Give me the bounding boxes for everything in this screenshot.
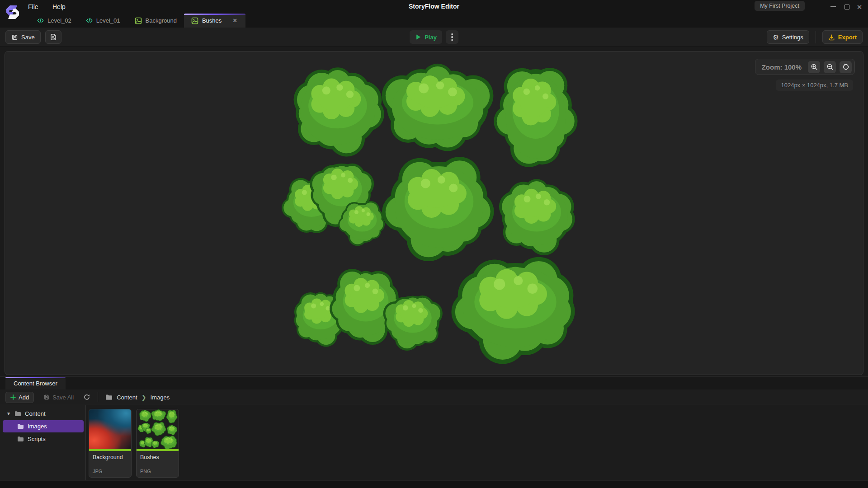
reset-icon — [842, 63, 849, 70]
close-icon: ✕ — [857, 4, 863, 10]
tab-label: Bushes — [202, 17, 222, 24]
save-all-label: Save All — [52, 394, 74, 401]
minimize-icon — [830, 6, 836, 7]
menu-bar: File Help StoryFlow Editor My First Proj… — [0, 0, 868, 14]
tree-item-content[interactable]: ▼ Content — [3, 408, 84, 420]
toolbar-divider — [98, 392, 98, 402]
app-title: StoryFlow Editor — [0, 3, 868, 10]
content-browser-toolbar: Add Save All Content ❯ Images — [0, 389, 868, 405]
download-icon — [828, 34, 835, 41]
tab-bushes[interactable]: Bushes ✕ — [184, 14, 245, 28]
asset-name: Bushes — [137, 451, 179, 460]
asset-name: Background — [89, 451, 131, 460]
image-size-badge: 1024px × 1024px, 1.7 MB — [776, 80, 853, 91]
tab-level-02[interactable]: Level_02 — [30, 14, 79, 28]
refresh-icon — [83, 394, 90, 401]
export-button[interactable]: Export — [822, 30, 863, 44]
code-icon — [37, 17, 44, 24]
minimize-button[interactable] — [828, 3, 838, 11]
save-label: Save — [21, 34, 35, 41]
save-button[interactable]: Save — [5, 30, 41, 44]
document-tab-bar: Level_02 Level_01 Background — [30, 14, 868, 28]
close-button[interactable]: ✕ — [854, 3, 864, 11]
folder-icon — [105, 394, 113, 400]
storyflow-editor-window: File Help StoryFlow Editor My First Proj… — [0, 0, 868, 488]
tree-item-label: Scripts — [28, 436, 46, 442]
file-search-icon — [50, 33, 57, 41]
bottom-panel-tab-strip: Content Browser — [0, 376, 868, 389]
folder-icon — [17, 436, 24, 442]
kebab-menu-icon — [451, 33, 453, 41]
code-icon — [86, 17, 93, 24]
tab-label: Level_01 — [96, 17, 120, 24]
zoom-controls: Zoom: 100% — [755, 59, 855, 75]
refresh-button[interactable] — [83, 394, 90, 401]
zoom-in-icon — [811, 63, 818, 70]
image-icon — [191, 17, 198, 24]
open-file-button[interactable] — [45, 30, 61, 44]
maximize-button[interactable] — [842, 3, 852, 11]
zoom-in-button[interactable] — [808, 61, 820, 73]
settings-button[interactable]: ⚙ Settings — [767, 30, 809, 44]
title-bar: File Help StoryFlow Editor My First Proj… — [0, 0, 868, 28]
export-label: Export — [838, 34, 857, 41]
bushes-thumbnail — [137, 409, 179, 449]
main-toolbar: Save Play ⚙ — [0, 28, 868, 47]
bushes-image — [5, 52, 863, 375]
breadcrumb: Content ❯ Images — [105, 394, 170, 401]
tab-label: Background — [146, 17, 177, 24]
tree-item-label: Content — [25, 410, 46, 417]
zoom-reset-button[interactable] — [840, 61, 852, 73]
save-all-button[interactable]: Save All — [38, 392, 79, 403]
asset-card-bushes[interactable]: Bushes PNG — [136, 409, 179, 478]
tab-content-browser[interactable]: Content Browser — [5, 377, 66, 390]
play-button[interactable]: Play — [410, 30, 442, 44]
plus-icon — [10, 394, 16, 400]
asset-type-badge: JPG — [93, 469, 102, 474]
folder-icon — [17, 423, 24, 429]
play-label: Play — [425, 34, 437, 41]
maximize-icon — [844, 5, 849, 9]
zoom-out-icon — [826, 63, 834, 70]
gear-icon: ⚙ — [773, 34, 778, 41]
folder-icon — [14, 411, 21, 417]
toolbar-divider — [816, 31, 816, 43]
image-icon — [135, 17, 142, 24]
zoom-level-label: Zoom: 100% — [762, 63, 802, 71]
breadcrumb-images: Images — [151, 394, 170, 401]
tree-item-label: Images — [28, 423, 47, 430]
tree-item-images[interactable]: Images — [3, 420, 84, 432]
tab-level-01[interactable]: Level_01 — [79, 14, 127, 28]
status-bar — [0, 480, 868, 488]
breadcrumb-content[interactable]: Content — [117, 394, 137, 401]
settings-label: Settings — [782, 34, 803, 41]
tab-background[interactable]: Background — [127, 14, 184, 28]
add-button[interactable]: Add — [5, 392, 34, 403]
save-icon — [11, 34, 18, 41]
asset-card-background[interactable]: Background JPG — [89, 409, 132, 478]
asset-type-badge: PNG — [140, 469, 151, 474]
tab-label: Level_02 — [47, 17, 71, 24]
play-options-button[interactable] — [446, 30, 458, 44]
chevron-right-icon: ❯ — [142, 394, 146, 401]
folder-tree: ▼ Content Images Scripts — [0, 405, 86, 480]
save-icon — [43, 394, 50, 400]
add-label: Add — [19, 394, 29, 401]
tab-close-icon[interactable]: ✕ — [231, 17, 238, 24]
project-name-badge: My First Project — [755, 1, 805, 11]
content-browser-tab-label: Content Browser — [14, 380, 57, 387]
play-icon — [415, 34, 421, 40]
bushes-thumbnail-image — [137, 409, 179, 449]
viewport-canvas[interactable]: Zoom: 100% 1024px × 1024px, 1 — [5, 51, 863, 375]
background-thumbnail — [89, 409, 131, 449]
tree-item-scripts[interactable]: Scripts — [3, 433, 84, 445]
zoom-out-button[interactable] — [824, 61, 836, 73]
chevron-down-icon: ▼ — [6, 411, 11, 416]
content-browser-body: ▼ Content Images Scripts — [0, 405, 868, 480]
asset-grid: Background JPG Bushes PNG — [86, 405, 868, 480]
